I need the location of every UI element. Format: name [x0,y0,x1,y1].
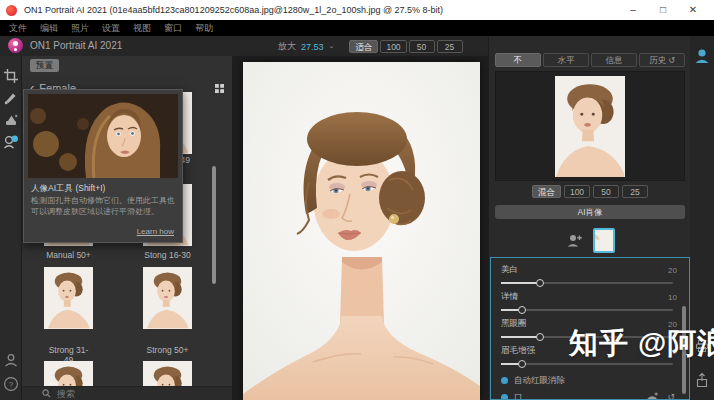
slider-knob[interactable] [536,333,544,341]
window-title: ON1 Portrait AI 2021 (01e4aa5bfd123ca801… [24,5,618,15]
on1-portrait-app-window: ON1 Portrait AI 2021 (01e4aa5bfd123ca801… [0,0,714,400]
brush-add-icon[interactable] [646,391,659,400]
tab-none[interactable]: 不 [495,53,541,67]
menu-edit[interactable]: 编辑 [40,22,58,35]
menu-help[interactable]: 帮助 [195,22,213,35]
presets-panel: 预置 ‹ Female 49 Manual 50+ Stong 16-30 St… [22,56,232,400]
blend-100-button[interactable]: 100 [564,185,590,198]
blend-50-button[interactable]: 50 [593,185,619,198]
zoom-value[interactable]: 27.53 [301,42,324,52]
preset-hover-preview-image [28,94,178,178]
portrait-ai-face-tool-icon[interactable] [3,134,19,150]
menu-window[interactable]: 窗口 [164,22,182,35]
ai-portrait-button[interactable]: AI肖像 [495,205,685,219]
blend-controls: 混合 100 50 25 [489,185,691,198]
toggle-on-icon[interactable] [501,377,508,384]
account-person-icon[interactable] [3,352,19,368]
zoom-label: 放大 [278,40,296,53]
tab-history[interactable]: 历史↺ [639,53,685,67]
window-controls: – □ ✕ [618,0,708,20]
canvas-area [232,56,488,400]
preview-thumbnail[interactable] [555,76,625,177]
preset-label: Manual 50+ [44,250,93,260]
auto-red-eye-toggle-row: 自动红眼消除 [501,372,677,389]
tooltip-body: 检测面孔并自动修饰它们。使用此工具也可以调整皮肤区域以进行平滑处理。 [31,196,177,218]
section-tools: ↺ [646,391,675,400]
history-undo-icon: ↺ [668,54,675,67]
tab-levels[interactable]: 水平 [543,53,589,67]
preset-hover-popup: 人像AI工具 (Shift+I) 检测面孔并自动修饰它们。使用此工具也可以调整皮… [23,89,183,243]
app-brand: ON1 Portrait AI 2021 [8,38,122,53]
learn-how-link[interactable]: Learn how [137,227,174,236]
presets-scrollbar[interactable] [212,166,216,284]
on1-app-icon [6,5,17,16]
detected-face-thumbnail[interactable] [593,228,615,253]
tab-history-label: 历史 [649,54,666,67]
preset-label: Stong 16-30 [143,250,192,260]
zhihu-watermark: 知乎 @阿浪 [569,324,714,364]
perfect-eraser-tool-icon[interactable] [3,112,19,128]
search-input[interactable] [55,388,175,400]
toggle-label: 口 [514,392,523,400]
menu-photo[interactable]: 照片 [71,22,89,35]
on1-brand-logo-icon [8,38,23,53]
tool-strip: ? [0,56,22,400]
menu-settings[interactable]: 设置 [102,22,120,35]
slider-label: 美白 [501,264,518,276]
export-share-icon[interactable] [694,372,710,388]
blend-button[interactable]: 混合 [532,185,561,198]
grid-view-icon[interactable] [215,84,224,93]
slider-value: 20 [668,266,677,275]
fit-button[interactable]: 适合 [349,40,378,53]
toggle-on-icon[interactable] [501,394,508,400]
maximize-button[interactable]: □ [648,0,678,20]
add-face-icon[interactable] [566,232,583,249]
slider-value: 10 [668,293,677,302]
preset-thumbnail[interactable] [44,267,93,329]
blend-25-button[interactable]: 25 [622,185,648,198]
slider-track[interactable] [501,304,677,316]
portrait-photo[interactable] [243,62,480,400]
slider-knob[interactable] [518,306,526,314]
slider-knob[interactable] [536,279,544,287]
zoom-preset-group: 适合 100 50 25 [349,40,462,53]
menu-view[interactable]: 视图 [133,22,151,35]
help-icon[interactable]: ? [3,376,19,392]
close-button[interactable]: ✕ [678,0,708,20]
title-bar: ON1 Portrait AI 2021 (01e4aa5bfd123ca801… [0,0,714,20]
preview-box [495,71,685,181]
reset-icon[interactable]: ↺ [667,392,675,400]
user-account-icon[interactable] [694,48,710,64]
slider-label: 详情 [501,291,518,303]
zoom-50-button[interactable]: 50 [409,40,435,53]
svg-text:?: ? [9,380,14,389]
right-panel-tabs: 不 水平 信息 历史↺ [495,53,685,67]
search-icon [42,389,51,398]
zoom-dropdown-caret-icon[interactable]: ⌄ [329,42,335,50]
retouch-brush-tool-icon[interactable] [3,90,19,106]
slider-knob[interactable] [518,360,526,368]
preset-search-bar [22,386,232,400]
slider-detail: 详情10 [501,291,677,318]
slider-track[interactable] [501,277,677,289]
preset-thumbnail[interactable] [143,267,192,329]
zoom-25-button[interactable]: 25 [437,40,463,53]
tab-info[interactable]: 信息 [591,53,637,67]
toggle-label: 自动红眼消除 [514,375,565,387]
crop-tool-icon[interactable] [3,68,19,84]
mouth-toggle-row: 口 ↺ [501,389,677,400]
canvas-zoom-toolbar: 放大 27.53 ⌄ 适合 100 50 25 [278,40,463,53]
menu-bar: 文件 编辑 照片 设置 视图 窗口 帮助 [0,20,714,36]
zoom-100-button[interactable]: 100 [380,40,406,53]
presets-tab[interactable]: 预置 [30,59,59,72]
slider-label: 眉毛增强 [501,345,535,357]
slider-label: 黑眼圈 [501,318,527,330]
detected-faces-row [489,226,691,254]
preset-label: Strong 50+ [143,345,192,355]
minimize-button[interactable]: – [618,0,648,20]
app-title: ON1 Portrait AI 2021 [30,40,122,51]
menu-file[interactable]: 文件 [9,22,27,35]
slider-whitening: 美白20 [501,264,677,291]
tooltip-title: 人像AI工具 (Shift+I) [31,183,105,195]
